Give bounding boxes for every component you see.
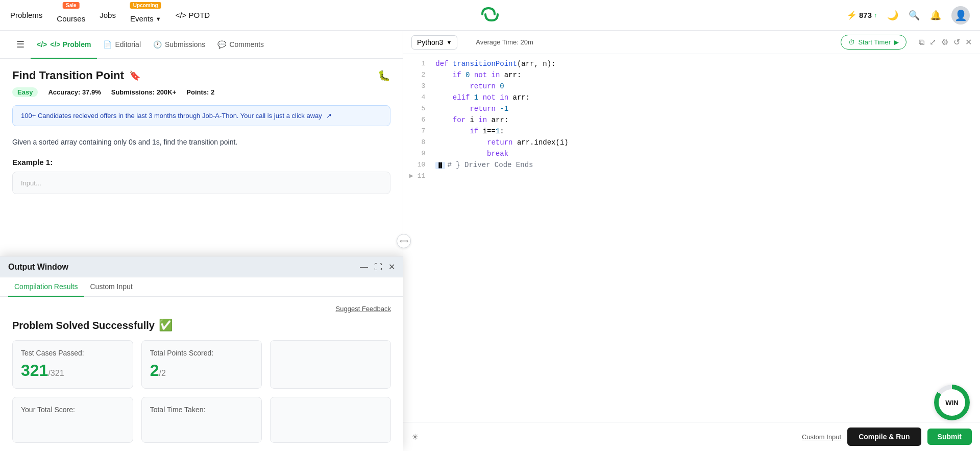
time-taken-card: Total Time Taken: (141, 397, 262, 443)
restore-icon[interactable]: ↺ (953, 37, 960, 47)
submit-button[interactable]: Submit (927, 429, 972, 445)
nav-problems[interactable]: Problems (10, 11, 42, 19)
nav-left: Problems Sale Courses Jobs Upcoming Even… (10, 7, 210, 23)
search-button[interactable]: 🔍 (909, 10, 920, 21)
nav-courses[interactable]: Sale Courses (57, 7, 85, 23)
streak-up-icon: ↑ (874, 12, 877, 19)
code-editor[interactable]: 1 2 3 4 5 6 7 8 9 10 ▶ 11 def transition… (403, 54, 980, 422)
nav-jobs[interactable]: Jobs (100, 11, 116, 19)
total-score-label: Your Total Score: (21, 406, 125, 414)
tab-submissions[interactable]: 🕐 Submissions (147, 31, 211, 59)
editor-toolbar: Python3 ▼ Average Time: 20m ⏱ Start Time… (403, 31, 980, 54)
code-line-2: if 0 not in arr: (435, 69, 976, 81)
success-header: Problem Solved Successfully ✅ (12, 319, 391, 332)
chevron-down-icon: ▼ (446, 39, 452, 45)
doc-icon: 📄 (103, 40, 112, 49)
main-layout: ☰ </> </> Problem 📄 Editorial 🕐 Submissi… (0, 31, 980, 451)
nav-potd[interactable]: </> POTD (176, 11, 210, 19)
timer-icon: ⏱ (848, 38, 855, 46)
success-icon: ✅ (159, 319, 173, 332)
output-tabs: Compilation Results Custom Input (0, 277, 403, 297)
close-editor-icon[interactable]: ✕ (965, 37, 972, 47)
code-lines: 1 2 3 4 5 6 7 8 9 10 ▶ 11 def transition… (403, 54, 980, 186)
copy-icon[interactable]: ⧉ (919, 37, 924, 47)
output-controls: — ⛶ ✕ (360, 262, 395, 272)
avg-time-label: Average Time: 20m (476, 38, 533, 46)
settings-icon[interactable]: ⚙ (941, 37, 948, 47)
notifications-button[interactable]: 🔔 (930, 10, 941, 21)
tab-compilation-results[interactable]: Compilation Results (8, 277, 84, 297)
custom-input-link[interactable]: Custom Input (802, 433, 841, 441)
play-icon: ▶ (894, 38, 899, 46)
top-nav: Problems Sale Courses Jobs Upcoming Even… (0, 0, 980, 31)
tab-problem[interactable]: </> </> Problem (31, 31, 97, 59)
problem-title: Find Transition Point 🔖 🐛 (12, 69, 390, 82)
tab-custom-input[interactable]: Custom Input (84, 277, 139, 297)
empty-card-2 (270, 397, 391, 443)
compile-run-button[interactable]: Compile & Run (847, 428, 921, 446)
nav-right: ⚡ 873 ↑ 🌙 🔍 🔔 👤 (847, 6, 970, 25)
language-selector[interactable]: Python3 ▼ (411, 35, 457, 50)
left-panel: ☰ </> </> Problem 📄 Editorial 🕐 Submissi… (0, 31, 403, 451)
brightness-icon[interactable]: ☀ (411, 432, 419, 442)
example-box: Input... (12, 172, 390, 194)
test-cases-card: Test Cases Passed: 321/321 (12, 340, 133, 389)
points-card: Total Points Scored: 2/2 (141, 340, 262, 389)
accuracy-label: Accuracy: 37.9% (48, 88, 101, 96)
bug-icon[interactable]: 🐛 (378, 69, 390, 82)
dark-mode-toggle[interactable]: 🌙 (887, 10, 898, 21)
code-content: def transitionPoint(arr, n): if 0 not in… (431, 58, 980, 182)
chat-icon: 💬 (217, 40, 226, 49)
points-scored-value: 2/2 (150, 361, 254, 380)
code-line-4: elif 1 not in arr: (435, 92, 976, 103)
win-label: WIN (939, 389, 965, 416)
chevron-down-icon: ▼ (156, 16, 161, 22)
result-cards: Test Cases Passed: 321/321 Total Points … (12, 340, 391, 389)
bookmark-icon[interactable]: 🔖 (129, 70, 140, 81)
job-banner[interactable]: 100+ Candidates recieved offers in the l… (12, 105, 390, 126)
avatar[interactable]: 👤 (951, 6, 970, 25)
test-cases-label: Test Cases Passed: (21, 349, 125, 357)
code-line-5: return -1 (435, 103, 976, 114)
suggest-feedback-link[interactable]: Suggest Feedback (12, 305, 391, 313)
minimize-button[interactable]: — (360, 262, 368, 272)
points-scored-label: Total Points Scored: (150, 349, 254, 357)
maximize-button[interactable]: ⛶ (374, 262, 382, 272)
code-line-9: break (435, 148, 976, 159)
empty-card (270, 340, 391, 389)
difficulty-badge: Easy (12, 87, 38, 97)
line-numbers: 1 2 3 4 5 6 7 8 9 10 ▶ 11 (403, 58, 431, 182)
start-timer-button[interactable]: ⏱ Start Timer ▶ (841, 35, 906, 50)
result-cards-row2: Your Total Score: Total Time Taken: (12, 397, 391, 443)
lightning-icon: ⚡ (847, 10, 857, 20)
code-editor-panel: Python3 ▼ Average Time: 20m ⏱ Start Time… (403, 31, 980, 451)
time-taken-label: Total Time Taken: (150, 406, 254, 414)
output-header: Output Window — ⛶ ✕ (0, 257, 403, 277)
tab-comments[interactable]: 💬 Comments (211, 31, 270, 59)
output-body: Suggest Feedback Problem Solved Successf… (0, 297, 403, 451)
site-logo[interactable] (477, 4, 503, 27)
code-line-3: return 0 (435, 81, 976, 92)
code-line-7: if i==1: (435, 126, 976, 137)
code-line-8: return arr.index(i) (435, 137, 976, 148)
editor-icons: ⧉ ⤢ ⚙ ↺ ✕ (919, 37, 972, 47)
clock-icon: 🕐 (153, 40, 162, 49)
nav-events[interactable]: Upcoming Events ▼ (130, 7, 161, 23)
problem-description: Given a sorted array containing only 0s … (12, 136, 390, 148)
submissions-label: Submissions: 200K+ (111, 88, 177, 96)
panel-divider[interactable]: ⟺ (397, 234, 411, 248)
problem-tabs: ☰ </> </> Problem 📄 Editorial 🕐 Submissi… (0, 31, 403, 59)
close-button[interactable]: ✕ (388, 262, 395, 272)
output-title: Output Window (8, 263, 68, 272)
code-line-11: ▐▌# } Driver Code Ends (435, 159, 976, 171)
example-title: Example 1: (12, 158, 390, 167)
external-link-icon: ↗ (326, 112, 332, 120)
expand-icon[interactable]: ⤢ (929, 37, 936, 47)
win-badge[interactable]: WIN (934, 385, 970, 420)
problem-meta: Easy Accuracy: 37.9% Submissions: 200K+ … (12, 87, 390, 97)
code-icon: </> (37, 40, 47, 49)
sidebar-toggle[interactable]: ☰ (10, 31, 31, 58)
code-line-6: for i in arr: (435, 114, 976, 126)
output-window: Output Window — ⛶ ✕ Compilation Results … (0, 256, 403, 451)
tab-editorial[interactable]: 📄 Editorial (97, 31, 147, 59)
